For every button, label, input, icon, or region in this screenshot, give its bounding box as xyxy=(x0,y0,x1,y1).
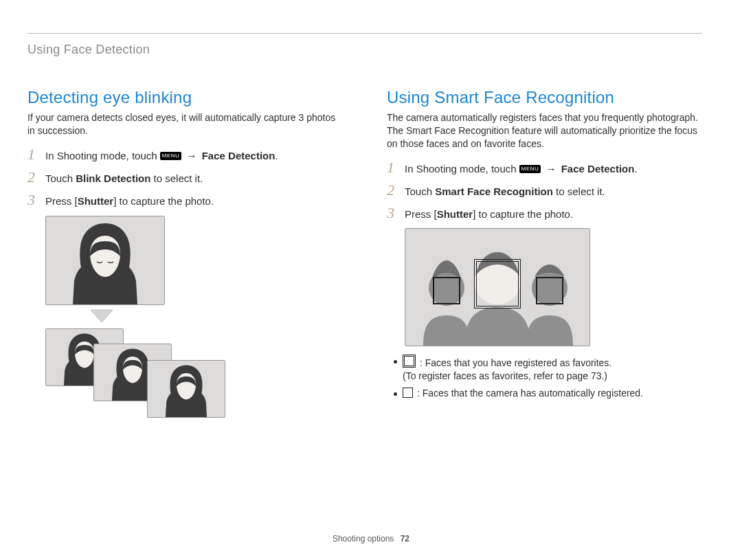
step-number: 1 xyxy=(27,147,40,162)
face-box-double xyxy=(474,259,521,309)
step-bold: Smart Face Recognition xyxy=(435,186,553,197)
step-pre: In Shooting mode, touch xyxy=(405,163,519,175)
down-arrow-icon xyxy=(88,308,115,324)
svg-marker-1 xyxy=(91,310,113,322)
step-text: Press [Shutter] to capture the photo. xyxy=(45,192,214,208)
smart-face-steps: 1 In Shooting mode, touch MENU → Face De… xyxy=(387,160,702,222)
legend-item: : Faces that the camera has automaticall… xyxy=(394,387,702,400)
single-box-icon xyxy=(403,388,413,398)
step-pre: Press [ xyxy=(45,195,78,207)
step-number: 2 xyxy=(387,183,399,198)
legend-text: : Faces that the camera has automaticall… xyxy=(403,387,643,400)
legend-line: : Faces that you have registered as favo… xyxy=(420,357,611,368)
bullet-icon xyxy=(394,360,397,363)
step-row: 3 Press [Shutter] to capture the photo. xyxy=(27,192,343,208)
step-bold: Blink Detection xyxy=(76,172,150,184)
portrait-large xyxy=(45,216,165,305)
blinking-illustration xyxy=(45,216,251,432)
page-footer: Shooting options 72 xyxy=(0,534,742,544)
section-detect-blinking: Detecting eye blinking If your camera de… xyxy=(27,88,343,432)
step-row: 1 In Shooting mode, touch MENU → Face De… xyxy=(27,147,343,163)
step-row: 3 Press [Shutter] to capture the photo. xyxy=(387,205,702,221)
step-text: In Shooting mode, touch MENU → Face Dete… xyxy=(405,160,638,176)
legend-item: : Faces that you have registered as favo… xyxy=(394,355,702,383)
step-pre: In Shooting mode, touch xyxy=(45,150,160,161)
blinking-steps: 1 In Shooting mode, touch MENU → Face De… xyxy=(27,147,343,209)
two-column-layout: Detecting eye blinking If your camera de… xyxy=(27,36,702,432)
manual-page: Using Face Detection Detecting eye blink… xyxy=(0,0,742,560)
step-number: 3 xyxy=(27,192,40,208)
woman-silhouette-icon xyxy=(46,216,164,304)
arrow-icon: → xyxy=(187,149,197,163)
portrait-thumb xyxy=(147,360,225,418)
smart-face-intro: The camera automatically registers faces… xyxy=(387,111,702,150)
step-post: ] to capture the photo. xyxy=(473,208,573,220)
step-post: . xyxy=(634,163,637,175)
burst-thumbnails xyxy=(45,328,251,432)
double-box-icon xyxy=(403,355,416,368)
step-row: 2 Touch Smart Face Recognition to select… xyxy=(387,183,702,199)
step-pre: Touch xyxy=(405,186,435,197)
step-post: ] to capture the photo. xyxy=(113,195,214,207)
bullet-icon xyxy=(394,392,397,396)
step-text: In Shooting mode, touch MENU → Face Dete… xyxy=(45,147,278,163)
step-text: Touch Smart Face Recognition to select i… xyxy=(405,183,605,199)
step-post: to select it. xyxy=(150,172,203,184)
blinking-intro: If your camera detects closed eyes, it w… xyxy=(27,111,343,137)
face-box-single xyxy=(433,277,460,304)
section-title-blinking: Detecting eye blinking xyxy=(27,88,343,107)
footer-section: Shooting options xyxy=(333,534,394,544)
menu-icon: MENU xyxy=(519,165,541,173)
step-text: Touch Blink Detection to select it. xyxy=(45,170,203,186)
section-smart-face-recognition: Using Smart Face Recognition The camera … xyxy=(387,88,702,432)
page-header-title: Using Face Detection xyxy=(27,43,150,57)
smart-face-illustration xyxy=(405,228,590,346)
step-pre: Press [ xyxy=(405,208,437,220)
step-bold: Shutter xyxy=(437,208,473,220)
step-row: 2 Touch Blink Detection to select it. xyxy=(27,170,343,186)
step-bold: Face Detection xyxy=(561,163,635,175)
legend-line: (To register faces as favorites, refer t… xyxy=(403,370,607,381)
step-number: 2 xyxy=(27,170,40,185)
step-row: 1 In Shooting mode, touch MENU → Face De… xyxy=(387,160,702,176)
face-box-single xyxy=(536,277,563,304)
step-post: to select it. xyxy=(553,186,605,197)
header-rule xyxy=(27,33,702,34)
legend-line: : Faces that the camera has automaticall… xyxy=(417,388,643,399)
step-number: 3 xyxy=(387,205,399,221)
step-bold: Shutter xyxy=(78,195,114,207)
step-pre: Touch xyxy=(45,172,76,184)
section-title-smart-face: Using Smart Face Recognition xyxy=(387,88,702,107)
menu-icon: MENU xyxy=(160,152,182,160)
step-number: 1 xyxy=(387,160,399,175)
step-text: Press [Shutter] to capture the photo. xyxy=(405,205,573,221)
footer-page-number: 72 xyxy=(401,534,409,544)
arrow-icon: → xyxy=(546,162,556,176)
legend-list: : Faces that you have registered as favo… xyxy=(394,355,702,400)
step-bold: Face Detection xyxy=(202,150,276,161)
step-post: . xyxy=(275,150,278,161)
legend-text: : Faces that you have registered as favo… xyxy=(403,355,611,383)
